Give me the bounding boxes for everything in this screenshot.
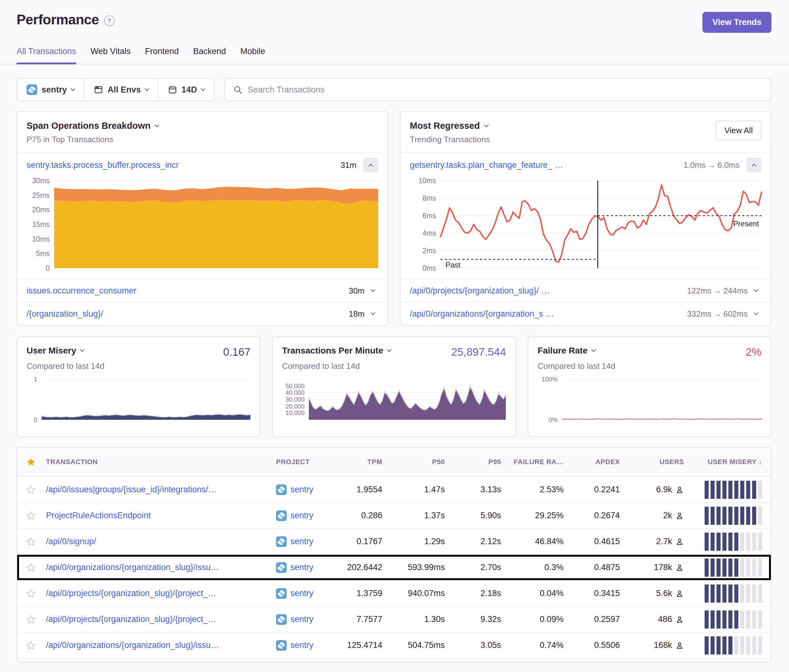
tab-mobile[interactable]: Mobile: [240, 46, 265, 64]
collapse-button[interactable]: [746, 158, 762, 172]
nav-tabs: All Transactions Web Vitals Frontend Bac…: [0, 46, 789, 64]
regressed-transaction-link[interactable]: /api/0/organizations/{organization_s …: [410, 309, 682, 319]
transaction-link[interactable]: /api/0/organizations/{organization_slug}…: [46, 640, 276, 650]
project-link[interactable]: sentry: [291, 537, 313, 546]
table-row[interactable]: /api/0/organizations/{organization_slug}…: [17, 633, 771, 659]
col-apdex[interactable]: APDEX: [564, 458, 620, 466]
star-icon[interactable]: [26, 615, 36, 624]
table-row[interactable]: /api/0/signup/ sentry 0.1767 1.29s 2.12s…: [17, 529, 771, 555]
project-link[interactable]: sentry: [291, 563, 313, 572]
tpm-panel: Transactions Per Minute 25,897.544 Compa…: [272, 336, 516, 437]
span-op-link[interactable]: issues.occurrence_consumer: [27, 286, 343, 296]
table-row[interactable]: /api/0/issues|groups/{issue_id}/integrat…: [17, 477, 771, 503]
search-transactions-box: [224, 78, 771, 101]
panel-subtitle: Trending Transactions: [410, 135, 490, 144]
project-link[interactable]: sentry: [291, 615, 313, 624]
view-all-button[interactable]: View All: [716, 121, 762, 140]
tab-web-vitals[interactable]: Web Vitals: [91, 46, 131, 64]
star-column-icon[interactable]: [26, 457, 36, 467]
regressed-transaction-link[interactable]: /api/0/projects/{organization_slug}/ …: [410, 286, 682, 296]
col-p50[interactable]: P50: [382, 458, 445, 466]
overview-panels: Span Operations Breakdown P75 in Top Tra…: [17, 111, 771, 326]
project-link[interactable]: sentry: [291, 589, 313, 598]
chevron-down-icon: [484, 123, 489, 127]
chevron-down-icon[interactable]: [754, 311, 759, 315]
user-misery-dropdown[interactable]: User Misery: [27, 346, 84, 356]
calendar-icon: [168, 85, 177, 94]
project-link[interactable]: sentry: [291, 640, 313, 650]
col-p95[interactable]: P95: [445, 458, 501, 466]
y-axis-labels: 1 0: [27, 379, 42, 420]
search-input[interactable]: [248, 85, 763, 95]
span-op-link[interactable]: sentry.tasks.process_buffer.process_incr: [27, 160, 335, 170]
tpm-dropdown[interactable]: Transactions Per Minute: [282, 346, 391, 356]
project-link[interactable]: sentry: [291, 511, 313, 520]
table-row[interactable]: /api/0/projects/{organization_slug}/{pro…: [17, 607, 771, 633]
col-users[interactable]: USERS: [620, 458, 684, 466]
tab-frontend[interactable]: Frontend: [145, 46, 179, 64]
regression-change: 332ms→602ms: [687, 309, 748, 319]
col-transaction[interactable]: TRANSACTION: [46, 458, 276, 466]
col-project[interactable]: PROJECT: [276, 458, 335, 466]
transaction-link[interactable]: /api/0/projects/{organization_slug}/{pro…: [46, 615, 276, 624]
failure-rate-value: 0.04%: [501, 589, 564, 598]
collapse-button[interactable]: [363, 158, 378, 172]
star-icon[interactable]: [26, 511, 36, 521]
panel-subtitle: P75 in Top Transactions: [27, 135, 158, 144]
python-project-icon: [276, 562, 287, 573]
table-row[interactable]: /api/0/organizations/{organization_slug}…: [17, 555, 771, 581]
page-header: Performance ? View Trends: [0, 0, 789, 33]
metric-value: 2%: [746, 346, 762, 358]
transaction-link[interactable]: /api/0/organizations/{organization_slug}…: [46, 563, 276, 572]
python-project-icon: [27, 85, 37, 95]
star-icon[interactable]: [26, 640, 36, 650]
metric-value: 25,897.544: [451, 346, 506, 358]
regressed-transaction-link[interactable]: getsentry.tasks.plan_change_feature_ …: [410, 160, 678, 170]
transaction-link[interactable]: /api/0/projects/{organization_slug}/{pro…: [46, 589, 276, 598]
help-icon[interactable]: ?: [104, 15, 115, 26]
span-op-link[interactable]: /{organization_slug}/: [27, 309, 343, 319]
failure-rate-dropdown[interactable]: Failure Rate: [538, 346, 595, 356]
y-tick: 0ms: [423, 264, 436, 273]
col-tpm[interactable]: TPM: [335, 458, 382, 466]
chevron-down-icon: [591, 348, 596, 352]
span-ops-title-dropdown[interactable]: Span Operations Breakdown: [27, 121, 158, 131]
search-icon: [233, 85, 243, 94]
chevron-down-icon[interactable]: [754, 287, 759, 292]
tab-backend[interactable]: Backend: [193, 46, 226, 64]
transaction-link[interactable]: /api/0/signup/: [46, 537, 276, 546]
table-row[interactable]: /api/0/projects/{organization_slug}/{pro…: [17, 581, 771, 607]
col-user-misery-sorted[interactable]: USER MISERY ↓: [684, 458, 762, 466]
chevron-down-icon[interactable]: [371, 311, 375, 315]
transaction-link[interactable]: /api/0/issues|groups/{issue_id}/integrat…: [46, 485, 276, 495]
environment-selector[interactable]: All Envs: [84, 79, 158, 101]
col-failure-rate[interactable]: FAILURE RA…: [501, 458, 564, 466]
star-icon[interactable]: [26, 485, 36, 495]
project-selector[interactable]: sentry: [17, 79, 84, 101]
failure-rate-value: 2.53%: [501, 485, 564, 495]
y-tick: 6ms: [423, 212, 436, 220]
user-misery-bars: [684, 507, 762, 525]
y-tick: 0%: [549, 416, 558, 423]
tpm-value: 1.9554: [335, 485, 382, 495]
star-icon[interactable]: [26, 589, 36, 599]
failure-rate-value: 0.3%: [501, 563, 564, 572]
past-label: Past: [446, 261, 460, 270]
python-project-icon: [276, 511, 287, 521]
p50-value: 1.30s: [382, 615, 445, 624]
table-row[interactable]: [17, 659, 771, 662]
view-trends-button[interactable]: View Trends: [703, 12, 771, 33]
chevron-down-icon[interactable]: [371, 287, 375, 292]
user-icon: [675, 589, 684, 598]
star-icon[interactable]: [26, 537, 36, 547]
star-icon[interactable]: [26, 563, 36, 573]
date-range-selector[interactable]: 14D: [158, 79, 214, 101]
y-tick: 15ms: [32, 220, 50, 229]
transaction-link[interactable]: ProjectRuleActionsEndpoint: [46, 511, 276, 520]
table-row[interactable]: ProjectRuleActionsEndpoint sentry 0.286 …: [17, 503, 771, 529]
apdex-value: 0.4615: [564, 537, 620, 546]
project-link[interactable]: sentry: [291, 485, 313, 495]
y-tick: 5ms: [36, 249, 50, 258]
tab-all-transactions[interactable]: All Transactions: [17, 46, 76, 64]
most-regressed-title-dropdown[interactable]: Most Regressed: [410, 121, 490, 131]
